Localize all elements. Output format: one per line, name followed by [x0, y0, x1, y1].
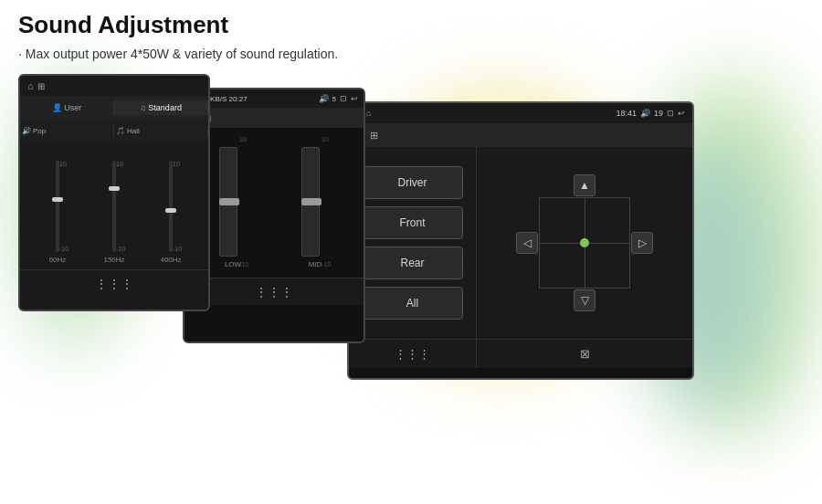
home-icon: ⌂	[27, 80, 34, 91]
sf-arrow-left-btn[interactable]: ◁	[516, 232, 538, 254]
screen-sound-position: ▷ ⌂ 18:41 🔊 19 ⊡ ↩ ⌂ ⊞	[347, 101, 694, 380]
s3-status-bar: ▷ ⌂ 18:41 🔊 19 ⊡ ↩	[349, 103, 692, 123]
screens-container: ⌂ ⊞ 👤 User ♫ Standard 🔊Pop	[18, 74, 804, 380]
s1-tab-row1: 👤 User ♫ Standard	[20, 96, 208, 120]
s3-button-panel: Driver Front Rear All	[349, 147, 477, 339]
equalizer-icon: ⋮⋮⋮	[95, 277, 133, 291]
s3-home-icon2: ⌂	[366, 109, 371, 118]
s3-volume-icon: 🔊	[640, 109, 650, 118]
sound-field: ▲ ▽ ◁ ▷	[511, 170, 658, 316]
eq-band-400hz: 10 -10 400Hz	[153, 161, 189, 264]
s3-fader-icon-area: ⊠	[477, 340, 692, 368]
s3-eq-icon: ⋮⋮⋮	[395, 347, 430, 361]
s2-eq-icon: ⋮⋮⋮	[255, 285, 293, 299]
rear-button[interactable]: Rear	[363, 247, 463, 279]
s1-bottom-bar: ⋮⋮⋮	[20, 269, 208, 297]
page-title: Sound Adjustment	[18, 11, 804, 39]
grid-icon: ⊞	[37, 81, 45, 91]
subtitle: · Max output power 4*50W & variety of so…	[18, 47, 804, 61]
screen-eq-lowmid: ▽ 0.0KB/S 20:27 🔊 5 ⊡ ↩ ⌂ ⊞ 10	[183, 88, 365, 343]
s2-label-mid: MID	[309, 260, 322, 268]
s1-tab-user[interactable]: 👤 User	[20, 100, 114, 115]
s3-main-area: Driver Front Rear All	[349, 147, 692, 339]
s3-sound-field-area: ▲ ▽ ◁ ▷	[477, 147, 692, 339]
s1-tab-hall[interactable]: 🎵Hall	[114, 125, 208, 137]
s3-back-icon: ↩	[678, 109, 685, 118]
sf-arrow-right-btn[interactable]: ▷	[631, 232, 653, 254]
s2-status-bar: ▽ 0.0KB/S 20:27 🔊 5 ⊡ ↩	[184, 89, 364, 108]
all-button[interactable]: All	[363, 287, 463, 320]
front-button[interactable]: Front	[363, 206, 463, 239]
s2-home-icon: ⊡	[340, 94, 347, 103]
sf-arrow-down-btn[interactable]: ▽	[574, 289, 595, 311]
eq-band-150hz: 10 -10 150Hz	[96, 161, 132, 264]
sound-field-grid	[539, 197, 630, 289]
s2-band-low: 10 -10 LOW	[219, 147, 247, 268]
s1-eq-area: 10 -10 60Hz 10 -10	[20, 142, 208, 269]
s3-window-icon: ⊡	[667, 109, 674, 118]
s1-tab-row2: 🔊Pop 🎵Hall	[20, 120, 208, 142]
s2-volume-value: 5	[332, 95, 336, 103]
s2-eq-area: 10 -10 LOW 10 -10	[184, 128, 364, 274]
s3-nav-row: ⌂ ⊞	[349, 123, 692, 147]
s2-bottom-bar: ⋮⋮⋮	[184, 278, 364, 305]
screen-eq-preset: ⌂ ⊞ 👤 User ♫ Standard 🔊Pop	[18, 74, 210, 311]
sound-field-dot	[580, 238, 589, 247]
s2-volume-icon: 🔊	[319, 94, 329, 103]
s3-volume-val: 19	[654, 109, 663, 118]
s2-back-icon: ↩	[351, 94, 358, 103]
sf-arrow-up-btn[interactable]: ▲	[574, 174, 595, 196]
s3-nav-grid: ⊞	[370, 130, 378, 142]
s1-status-bar: ⌂ ⊞	[20, 76, 208, 96]
eq-band-60hz: 10 -10 60Hz	[39, 161, 76, 264]
eq-label-60hz: 60Hz	[49, 256, 67, 264]
s3-eq-icon-area: ⋮⋮⋮	[349, 340, 477, 368]
s3-fader-icon: ⊠	[580, 347, 590, 361]
s1-tab-standard[interactable]: ♫ Standard	[114, 100, 208, 115]
eq-label-400hz: 400Hz	[160, 256, 181, 264]
s2-band-mid: 10 -10 MID	[301, 147, 329, 268]
driver-button[interactable]: Driver	[363, 166, 463, 199]
s3-bottom-bar: ⋮⋮⋮ ⊠	[349, 339, 692, 368]
s2-nav-row: ⌂ ⊞	[184, 108, 364, 128]
eq-label-150hz: 150Hz	[103, 256, 124, 264]
s1-tab-pop[interactable]: 🔊Pop	[20, 125, 114, 137]
s3-time: 18:41	[616, 109, 637, 118]
